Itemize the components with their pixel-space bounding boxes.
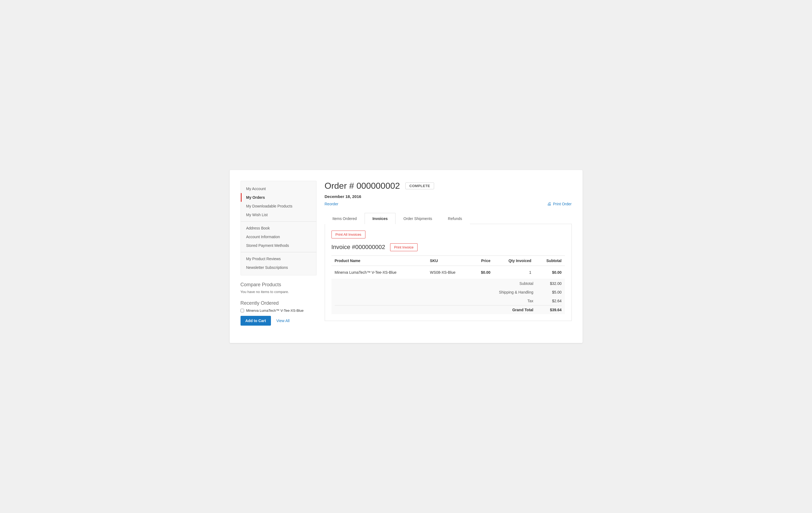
recently-ordered-section: Recently Ordered Minerva LumaTech™ V-Tee… <box>240 301 317 325</box>
recently-ordered-item: Minerva LumaTech™ V-Tee-XS-Blue <box>240 308 317 313</box>
order-title: Order # 000000002 <box>325 181 400 191</box>
sidebar-item-stored-payment-methods[interactable]: Stored Payment Methods <box>241 241 316 250</box>
compare-products-empty: You have no items to compare. <box>240 290 317 294</box>
shipping-label: Shipping & Handling <box>486 290 540 294</box>
view-all-link[interactable]: View All <box>277 318 290 323</box>
cell-subtotal: $0.00 <box>534 265 565 279</box>
invoice-header-row: Invoice #000000002 Print Invoice <box>331 243 565 251</box>
invoice-table: Product Name SKU Price Qty Invoiced Subt… <box>331 256 565 279</box>
compare-products-section: Compare Products You have no items to co… <box>240 282 317 294</box>
reorder-link[interactable]: Reorder <box>325 202 339 206</box>
page-wrapper: My Account My Orders My Downloadable Pro… <box>230 170 583 343</box>
grand-total-row: Grand Total $39.64 <box>331 306 565 314</box>
print-icon: 🖨 <box>547 201 551 206</box>
sidebar-item-my-product-reviews[interactable]: My Product Reviews <box>241 254 316 263</box>
print-order-label: Print Order <box>553 202 572 206</box>
sidebar-item-account-information[interactable]: Account Information <box>241 232 316 241</box>
status-badge: COMPLETE <box>405 182 434 189</box>
table-row: Minerva LumaTech™ V-Tee-XS-Blue WS08-XS-… <box>331 265 565 279</box>
invoice-number: Invoice #000000002 <box>331 244 385 251</box>
subtotal-value: $32.00 <box>540 281 562 286</box>
cell-qty-invoiced: 1 <box>494 265 535 279</box>
sidebar-item-my-downloadable-products[interactable]: My Downloadable Products <box>241 202 316 210</box>
print-invoice-button[interactable]: Print Invoice <box>390 243 418 251</box>
sidebar-item-address-book[interactable]: Address Book <box>241 224 316 232</box>
order-date: December 18, 2016 <box>325 194 572 199</box>
print-all-invoices-button[interactable]: Print All Invoices <box>331 231 366 238</box>
tax-value: $2.64 <box>540 299 562 303</box>
cell-sku: WS08-XS-Blue <box>427 265 471 279</box>
sidebar-item-my-orders[interactable]: My Orders <box>241 193 316 202</box>
tabs: Items Ordered Invoices Order Shipments R… <box>325 213 572 224</box>
shipping-row: Shipping & Handling $5.00 <box>331 288 565 296</box>
sidebar-divider-2 <box>241 252 316 252</box>
col-header-qty-invoiced: Qty Invoiced <box>494 256 535 265</box>
recently-ordered-checkbox[interactable] <box>240 309 244 312</box>
tab-order-shipments[interactable]: Order Shipments <box>396 213 440 224</box>
sidebar-item-my-account[interactable]: My Account <box>241 184 316 193</box>
add-to-cart-button[interactable]: Add to Cart <box>240 316 271 325</box>
tax-label: Tax <box>486 299 540 303</box>
subtotal-label: Subtotal <box>486 281 540 286</box>
totals-section: Subtotal $32.00 Shipping & Handling $5.0… <box>331 279 565 314</box>
shipping-value: $5.00 <box>540 290 562 294</box>
print-order-link[interactable]: 🖨 Print Order <box>547 201 572 206</box>
order-header: Order # 000000002 COMPLETE <box>325 181 572 191</box>
main-content: Order # 000000002 COMPLETE December 18, … <box>325 181 572 332</box>
col-header-price: Price <box>471 256 494 265</box>
grand-total-value: $39.64 <box>540 308 562 312</box>
col-header-product-name: Product Name <box>331 256 427 265</box>
subtotal-row: Subtotal $32.00 <box>331 279 565 288</box>
sidebar-item-newsletter-subscriptions[interactable]: Newsletter Subscriptions <box>241 263 316 272</box>
tab-refunds[interactable]: Refunds <box>440 213 470 224</box>
invoice-area: Print All Invoices Invoice #000000002 Pr… <box>325 224 572 321</box>
cell-price: $0.00 <box>471 265 494 279</box>
sidebar-nav: My Account My Orders My Downloadable Pro… <box>240 181 317 275</box>
order-actions-row: Reorder 🖨 Print Order <box>325 201 572 206</box>
cell-product-name: Minerva LumaTech™ V-Tee-XS-Blue <box>331 265 427 279</box>
sidebar-divider-1 <box>241 221 316 222</box>
col-header-sku: SKU <box>427 256 471 265</box>
tab-items-ordered[interactable]: Items Ordered <box>325 213 365 224</box>
col-header-subtotal: Subtotal <box>534 256 565 265</box>
recently-ordered-item-label: Minerva LumaTech™ V-Tee-XS-Blue <box>246 308 304 313</box>
sidebar: My Account My Orders My Downloadable Pro… <box>240 181 317 332</box>
grand-total-label: Grand Total <box>486 308 540 312</box>
tax-row: Tax $2.64 <box>331 296 565 305</box>
recently-ordered-title: Recently Ordered <box>240 301 317 306</box>
sidebar-item-my-wish-list[interactable]: My Wish List <box>241 210 316 219</box>
compare-products-title: Compare Products <box>240 282 317 288</box>
tab-invoices[interactable]: Invoices <box>365 213 396 224</box>
